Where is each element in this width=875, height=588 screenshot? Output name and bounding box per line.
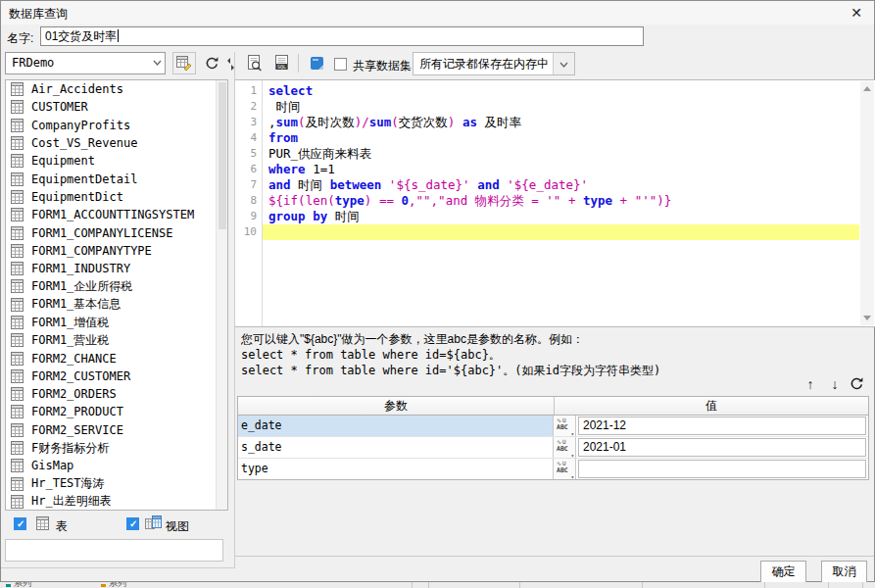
scroll-up-icon[interactable] xyxy=(863,86,871,91)
table-list-item[interactable]: FORM1_增值税 xyxy=(6,314,227,331)
table-list-item[interactable]: FORM1_COMPANYLICENSE xyxy=(6,223,227,241)
table-list-item[interactable]: FORM1_INDUSTRY xyxy=(6,260,227,277)
table-list-items: Air_Accidents CUSTOMER CompanyProfits Co… xyxy=(6,80,227,511)
line-number: 4 xyxy=(235,130,263,146)
share-dataset-label: 共享数据集 xyxy=(353,58,412,74)
table-list-item[interactable]: Hr_TEST海涛 xyxy=(6,475,227,493)
param-name-cell[interactable]: e_date xyxy=(238,416,554,436)
param-type-button[interactable]: ∿U ABC xyxy=(554,437,576,458)
table-list-item[interactable]: Air_Accidents xyxy=(6,80,227,98)
param-row[interactable]: type ∿U ABC xyxy=(238,459,868,479)
table-name: FORM2_CUSTOMER xyxy=(31,369,130,383)
param-value-input[interactable]: 2021-01 xyxy=(578,438,866,457)
table-icon xyxy=(11,477,24,491)
table-list-item[interactable]: EquipmentDict xyxy=(6,188,227,206)
table-list-item[interactable]: GisMap xyxy=(6,457,227,474)
sql-preview-button[interactable]: SQL xyxy=(270,52,294,74)
table-filter-label: 表 xyxy=(56,518,68,535)
name-label: 名字: xyxy=(7,30,33,47)
table-name: Air_Accidents xyxy=(31,82,123,96)
table-list-item[interactable]: FORM1_基本信息 xyxy=(6,296,227,314)
table-list-item[interactable]: FORM2_CHANCE xyxy=(6,349,227,367)
line-number: 8 xyxy=(235,193,263,209)
param-name-cell[interactable]: s_date xyxy=(238,437,554,458)
storage-mode-select[interactable]: 所有记录都保存在内存中 xyxy=(413,52,575,75)
sql-editor[interactable]: 1select2 时间3,sum(及时次数)/sum(交货次数) as 及时率4… xyxy=(235,79,875,327)
grid-line xyxy=(828,582,829,588)
table-list-item[interactable]: FORM2_CUSTOMER xyxy=(6,368,227,385)
table-list-item[interactable]: Cost_VS_Revenue xyxy=(6,134,227,152)
connection-value: FRDemo xyxy=(12,56,54,70)
param-value-input[interactable]: 2021-12 xyxy=(578,416,866,435)
param-type-button[interactable]: ∿U ABC xyxy=(554,416,576,436)
table-filter-checkbox[interactable] xyxy=(14,517,26,530)
blue-page-icon xyxy=(310,56,325,72)
table-list-item[interactable]: Hr_出差明细表 xyxy=(6,493,227,511)
table-name: EquipmentDict xyxy=(31,190,123,204)
table-list-item[interactable]: FORM1_企业所得税 xyxy=(6,277,227,295)
table-icon xyxy=(11,244,24,258)
param-value-cell: 2021-01 xyxy=(576,437,868,458)
table-list-item[interactable]: CUSTOMER xyxy=(6,98,227,116)
preview-data-button[interactable] xyxy=(243,52,267,74)
editor-scrollbar[interactable] xyxy=(860,81,874,325)
table-list-item[interactable]: F财务指标分析 xyxy=(6,439,227,457)
param-column-header: 参数 xyxy=(238,397,555,415)
close-button[interactable]: ✕ xyxy=(847,3,866,23)
arrow-down-icon: ↓ xyxy=(832,376,839,392)
table-icon xyxy=(11,279,24,293)
scroll-down-icon[interactable] xyxy=(863,316,871,320)
table-list-item[interactable]: FORM2_PRODUCT xyxy=(6,403,227,420)
table-name: CompanyProfits xyxy=(31,119,130,132)
refresh-connection-button[interactable] xyxy=(200,52,223,74)
grid-line xyxy=(862,582,863,588)
table-list-item[interactable]: FORM2_ORDERS xyxy=(6,385,227,403)
code-line: 10 xyxy=(235,224,859,240)
table-name: FORM2_CHANCE xyxy=(31,352,117,366)
view-filter-checkbox[interactable] xyxy=(126,517,139,530)
code-line: 3,sum(及时次数)/sum(交货次数) as 及时率 xyxy=(235,115,859,130)
edit-connection-button[interactable] xyxy=(172,52,196,74)
param-value-input[interactable] xyxy=(578,460,866,478)
param-name-cell[interactable]: type xyxy=(238,459,554,479)
table-icon xyxy=(11,119,24,132)
svg-text:SQL: SQL xyxy=(277,64,286,70)
blue-page-button[interactable] xyxy=(306,52,329,74)
param-row[interactable]: s_date ∿U ABC 2021-01 xyxy=(238,437,868,459)
table-list-item[interactable]: FORM2_SERVICE xyxy=(6,421,227,439)
table-filter-input[interactable] xyxy=(5,539,223,562)
table-list-item[interactable]: CompanyProfits xyxy=(6,117,227,134)
param-row[interactable]: e_date ∿U ABC 2021-12 xyxy=(238,416,868,437)
table-icon xyxy=(11,441,24,455)
view-icon xyxy=(145,515,162,534)
table-list-item[interactable]: Equipment xyxy=(6,152,227,170)
table-name: F财务指标分析 xyxy=(31,440,109,457)
scrollbar-thumb[interactable] xyxy=(219,82,226,229)
grid-line xyxy=(642,582,643,588)
table-icon xyxy=(11,495,24,509)
param-move-down-button[interactable]: ↓ xyxy=(825,375,845,393)
combo-dropdown-button[interactable] xyxy=(553,53,574,74)
share-dataset-checkbox[interactable] xyxy=(334,58,347,71)
arrow-up-icon: ↑ xyxy=(807,376,814,392)
table-list-item[interactable]: FORM1_ACCOUNTTINGSYSTEM xyxy=(6,206,227,223)
list-scrollbar[interactable] xyxy=(216,80,227,510)
table-list-item[interactable]: FORM1_营业税 xyxy=(6,331,227,349)
background-window-strip: 系列 系列 xyxy=(0,582,875,588)
table-name: GisMap xyxy=(31,459,73,472)
param-move-up-button[interactable]: ↑ xyxy=(801,375,820,393)
table-name: FORM1_增值税 xyxy=(31,315,109,331)
connection-select[interactable]: FRDemo xyxy=(5,52,166,74)
view-filter-label: 视图 xyxy=(166,518,189,535)
chevron-down-icon xyxy=(559,62,568,68)
table-list-item[interactable]: FORM1_COMPANYTYPE xyxy=(6,242,227,260)
ok-button[interactable]: 确定 xyxy=(760,561,806,583)
dataset-name-input[interactable]: 01交货及时率 xyxy=(40,26,644,46)
param-refresh-button[interactable] xyxy=(850,376,864,394)
param-type-button[interactable]: ∿U ABC xyxy=(554,459,576,479)
code-area[interactable]: 1select2 时间3,sum(及时次数)/sum(交货次数) as 及时率4… xyxy=(235,83,859,240)
cancel-button[interactable]: 取消 xyxy=(821,561,867,583)
database-query-dialog: 数据库查询 ✕ 名字: 01交货及时率 FRDemo SQL 共享数据集 所有记… xyxy=(0,0,875,582)
table-list-item[interactable]: EquipmentDetail xyxy=(6,170,227,187)
table-icon xyxy=(11,208,24,221)
